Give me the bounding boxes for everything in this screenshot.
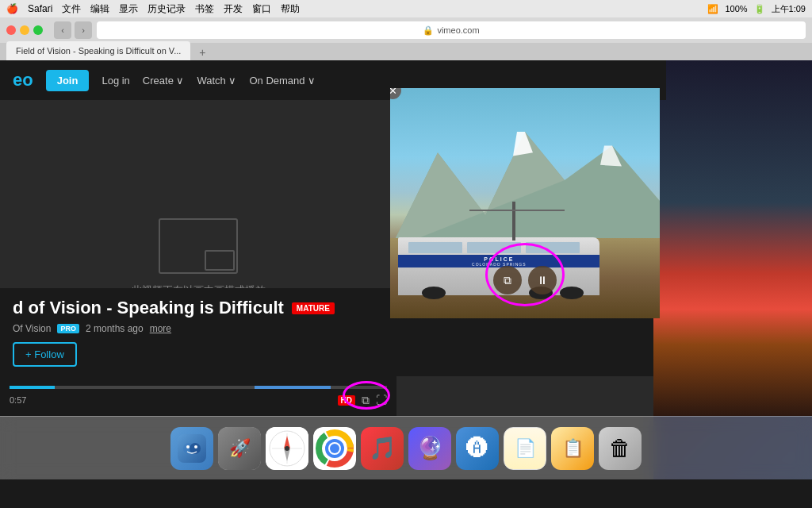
wifi-icon: 📶	[707, 4, 718, 14]
battery-icon: 🔋	[754, 4, 765, 14]
window	[526, 242, 580, 254]
forward-button[interactable]: ›	[75, 21, 92, 39]
safari-icon	[266, 427, 308, 470]
antenna-mast	[512, 202, 515, 241]
menu-bar: 🍎 Safari 文件 编辑 显示 历史记录 书签 开发 窗口 帮助 📶 100…	[0, 0, 812, 17]
pip-pause-button[interactable]: ⏸	[528, 266, 557, 294]
active-tab[interactable]: Field of Vision - Speaking is Difficult …	[6, 41, 190, 60]
music-icon: 🎵	[369, 435, 396, 461]
video-meta: Of Vision PRO 2 months ago more	[13, 323, 384, 334]
svg-point-16	[285, 446, 289, 451]
dock-item-safari[interactable]	[266, 427, 308, 470]
pip-toggle-icon[interactable]: ⧉	[362, 394, 370, 407]
right-controls: HD ⧉ ⛶	[338, 394, 387, 407]
tab-bar: Field of Vision - Speaking is Difficult …	[0, 43, 812, 60]
menu-window[interactable]: 窗口	[252, 2, 271, 16]
progress-bar[interactable]	[10, 386, 387, 389]
pip-inner-frame	[205, 250, 235, 271]
pip-overlay-controls: ⧉ ⏸	[493, 266, 557, 294]
siri-icon: 🔮	[416, 435, 444, 461]
dock-item-chrome[interactable]	[313, 427, 356, 470]
menu-file[interactable]: 文件	[62, 2, 81, 16]
svg-point-7	[186, 445, 190, 448]
nav-buttons: ‹ ›	[54, 21, 92, 39]
menu-develop[interactable]: 开发	[224, 2, 243, 16]
channel-name[interactable]: Of Vision	[13, 323, 51, 334]
nav-ondemand[interactable]: On Demand ∨	[249, 75, 316, 87]
menu-bar-right: 📶 100% 🔋 上午1:09	[707, 3, 806, 15]
url-text: vimeo.com	[437, 25, 479, 35]
follow-button[interactable]: + Follow	[13, 342, 77, 367]
dock-item-siri[interactable]: 🔮	[408, 427, 451, 470]
pip-icon	[159, 218, 238, 274]
pip-screen-icon[interactable]: ⧉	[493, 266, 522, 294]
menu-view[interactable]: 显示	[119, 2, 138, 16]
svg-point-24	[330, 444, 339, 453]
menu-safari[interactable]: Safari	[28, 3, 52, 14]
browser-toolbar: ‹ › 🔒 vimeo.com	[0, 17, 812, 43]
window	[408, 242, 462, 254]
stickies-icon: 📋	[562, 438, 584, 459]
new-tab-button[interactable]: +	[193, 44, 211, 60]
address-bar[interactable]: 🔒 vimeo.com	[97, 21, 806, 39]
maximize-button[interactable]	[33, 25, 43, 35]
antenna-arm	[469, 210, 565, 211]
clock: 上午1:09	[772, 3, 806, 15]
traffic-lights	[6, 25, 43, 35]
apple-menu[interactable]: 🍎	[6, 3, 18, 14]
finder-icon	[178, 434, 206, 463]
video-controls-bar[interactable]: 0:57 HD ⧉ ⛶	[0, 376, 396, 416]
pip-video-content: POLICE COLORADO SPRINGS	[390, 88, 660, 318]
desktop-mountain	[653, 60, 812, 416]
pro-badge: PRO	[57, 324, 79, 333]
controls-row: 0:57 HD ⧉ ⛶	[10, 394, 387, 407]
minimize-button[interactable]	[20, 25, 29, 35]
dock-item-trash[interactable]: 🗑	[599, 427, 642, 470]
launchpad-icon: 🚀	[218, 427, 261, 470]
nav-watch[interactable]: Watch ∨	[197, 75, 236, 87]
time-display: 0:57	[10, 395, 26, 405]
macos-dock: 🚀	[0, 416, 812, 479]
menu-bar-left: 🍎 Safari 文件 编辑 显示 历史记录 书签 开发 窗口 帮助	[6, 2, 300, 16]
vimeo-logo: eo	[13, 70, 33, 90]
video-title: d of Vision - Speaking is Difficult	[13, 298, 284, 318]
nav-login[interactable]: Log in	[102, 75, 129, 87]
menu-bookmarks[interactable]: 书签	[195, 2, 214, 16]
menu-help[interactable]: 帮助	[281, 2, 300, 16]
nav-create[interactable]: Create ∨	[143, 75, 185, 87]
dock-item-finder[interactable]	[170, 427, 213, 470]
mature-badge: MATURE	[292, 302, 335, 314]
back-button[interactable]: ‹	[54, 21, 71, 39]
dock-item-notes[interactable]: 📄	[504, 427, 546, 470]
menu-edit[interactable]: 编辑	[90, 2, 109, 16]
appstore-icon: 🅐	[466, 435, 488, 461]
progress-fill	[10, 386, 55, 389]
dock-item-stickies[interactable]: 📋	[551, 427, 594, 470]
fullscreen-icon[interactable]: ⛶	[376, 394, 387, 406]
wheel-left	[422, 287, 446, 299]
more-link[interactable]: more	[150, 323, 171, 334]
trash-icon: 🗑	[609, 435, 631, 461]
notes-icon: 📄	[515, 438, 536, 459]
browser-content: eo Join Log in Create ∨ Watch ∨ On Deman…	[0, 60, 812, 479]
battery-percent: 100%	[725, 4, 747, 13]
pip-placeholder: 此视频正在以画中画模式播放	[132, 218, 266, 298]
wheel-rear	[560, 287, 584, 299]
video-scene: POLICE COLORADO SPRINGS	[390, 88, 660, 318]
window	[467, 242, 521, 254]
dock-item-appstore[interactable]: 🅐	[456, 427, 499, 470]
dock-item-launchpad[interactable]: 🚀	[218, 427, 261, 470]
join-button[interactable]: Join	[46, 70, 90, 91]
hd-badge[interactable]: HD	[338, 395, 355, 406]
buffer-fill	[255, 386, 330, 389]
video-title-row: d of Vision - Speaking is Difficult MATU…	[13, 298, 384, 318]
chrome-icon	[313, 427, 356, 470]
close-button[interactable]	[6, 25, 16, 35]
menu-history[interactable]: 历史记录	[147, 2, 186, 16]
tab-title: Field of Vision - Speaking is Difficult …	[16, 46, 181, 56]
lock-icon: 🔒	[423, 25, 434, 36]
dock-item-music[interactable]: 🎵	[361, 427, 404, 470]
pip-popup-video[interactable]: ✕	[390, 88, 660, 318]
browser-chrome: ‹ › 🔒 vimeo.com Field of Vision - Speaki…	[0, 17, 812, 60]
mountain-svg	[390, 111, 660, 249]
